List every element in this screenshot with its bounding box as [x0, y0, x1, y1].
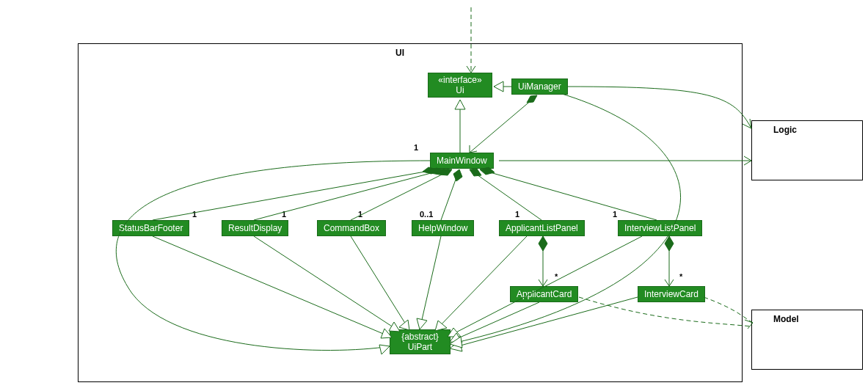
class-ui-interface: «interface» Ui [428, 73, 492, 98]
class-interviewcard-name: InterviewCard [644, 289, 699, 299]
class-helpwindow-name: HelpWindow [418, 223, 467, 233]
class-commandbox: CommandBox [317, 220, 386, 236]
class-uimanager: UiManager [511, 78, 568, 95]
package-logic-label: Logic [773, 125, 797, 135]
mult-applicantcard: * [555, 272, 558, 281]
class-applicantlistpanel: ApplicantListPanel [499, 220, 585, 236]
class-interviewcard: InterviewCard [638, 286, 705, 302]
class-resultdisplay: ResultDisplay [222, 220, 288, 236]
class-interviewlistpanel: InterviewListPanel [618, 220, 702, 236]
class-uipart-name: UiPart [396, 342, 444, 352]
class-applicantcard: ApplicantCard [510, 286, 578, 302]
stereotype-abstract: {abstract} [396, 332, 444, 342]
package-model [751, 310, 863, 370]
class-uimanager-name: UiManager [518, 81, 561, 92]
package-model-label: Model [773, 314, 799, 324]
mult-interviewlistpanel: 1 [613, 210, 617, 219]
mult-applicantlistpanel: 1 [515, 210, 519, 219]
class-mainwindow-name: MainWindow [437, 156, 487, 166]
mult-resultdisplay: 1 [282, 210, 286, 219]
package-logic [751, 120, 863, 180]
mult-statusbarfooter: 1 [192, 210, 197, 219]
class-commandbox-name: CommandBox [324, 223, 379, 233]
class-uipart: {abstract} UiPart [390, 329, 451, 354]
mult-commandbox: 1 [358, 210, 362, 219]
class-resultdisplay-name: ResultDisplay [228, 223, 282, 233]
stereotype-interface: «interface» [434, 75, 486, 85]
mult-helpwindow: 0..1 [420, 210, 433, 219]
mult-interviewcard: * [679, 272, 682, 281]
class-statusbarfooter-name: StatusBarFooter [119, 223, 183, 233]
mult-mainwindow: 1 [414, 143, 418, 152]
class-mainwindow: MainWindow [430, 153, 494, 169]
class-helpwindow: HelpWindow [412, 220, 474, 236]
class-statusbarfooter: StatusBarFooter [112, 220, 189, 236]
class-ui-name: Ui [434, 85, 486, 95]
class-interviewlistpanel-name: InterviewListPanel [624, 223, 696, 233]
package-ui-label: UI [395, 48, 404, 58]
class-applicantlistpanel-name: ApplicantListPanel [506, 223, 578, 233]
class-applicantcard-name: ApplicantCard [517, 289, 572, 299]
